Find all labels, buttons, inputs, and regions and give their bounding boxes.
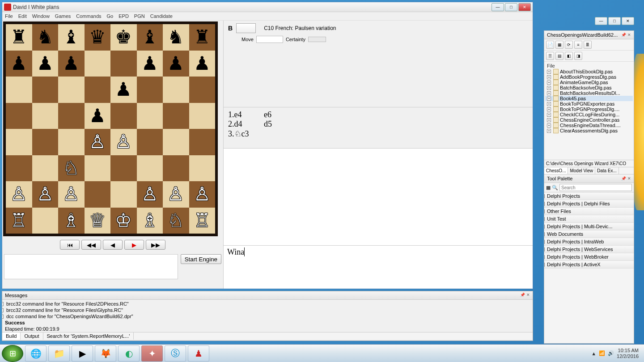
messages-close-icon[interactable]: 📌 ✕: [520, 293, 530, 298]
square-h5[interactable]: [189, 103, 216, 129]
square-e7[interactable]: [110, 51, 137, 77]
square-g6[interactable]: [163, 77, 189, 103]
square-f7[interactable]: ♟: [137, 51, 163, 77]
square-b1[interactable]: [32, 208, 59, 234]
menu-window[interactable]: Window: [32, 13, 50, 19]
tray-network-icon[interactable]: 📶: [599, 350, 605, 356]
square-a5[interactable]: [6, 103, 32, 129]
file-item[interactable]: +BatchBacksolveResultsDl...: [545, 90, 633, 96]
file-item[interactable]: +AboutThisEbookDlg.pas: [545, 69, 633, 74]
palette-category[interactable]: +Delphi Projects | Multi-Devic...: [544, 223, 634, 230]
file-item[interactable]: +Book45.pas: [545, 96, 633, 101]
square-g3[interactable]: [163, 155, 189, 182]
messages-tab-search[interactable]: Search for 'System.ReportMemoryL...': [43, 332, 134, 340]
task-media-icon[interactable]: ▶: [72, 345, 93, 362]
palette-category[interactable]: +Web Documents: [544, 230, 634, 238]
square-h4[interactable]: [189, 129, 216, 155]
file-item[interactable]: +BookToPGNProgressDlg....: [545, 106, 633, 112]
tray-flag-icon[interactable]: ▲: [591, 351, 596, 356]
square-g4[interactable]: [163, 129, 189, 155]
tray-volume-icon[interactable]: 🔊: [608, 350, 614, 356]
square-d7[interactable]: [85, 51, 111, 77]
file-item[interactable]: +AnimateGameDlg.pas: [545, 80, 633, 85]
square-c7[interactable]: ♟: [58, 51, 85, 77]
task-explorer-icon[interactable]: 📁: [48, 345, 70, 362]
candidates-panel[interactable]: [224, 149, 533, 246]
square-d2[interactable]: [85, 181, 111, 208]
file-item[interactable]: +AddBookProgressDlg.pas: [545, 74, 633, 80]
square-b2[interactable]: ♙: [32, 181, 59, 208]
square-a7[interactable]: ♟: [6, 51, 32, 77]
start-button[interactable]: ⊞: [2, 345, 23, 362]
square-f2[interactable]: ♙: [137, 181, 163, 208]
comment-editor[interactable]: Wina: [224, 246, 533, 289]
messages-body[interactable]: +brcc32 command line for "Resource Files…: [2, 300, 533, 332]
project-panel-controls[interactable]: 📌 ✕: [621, 33, 631, 37]
chess-maximize-button[interactable]: □: [505, 3, 517, 11]
menu-epd[interactable]: EPD: [119, 13, 129, 19]
palette-category[interactable]: +Delphi Projects: [544, 192, 634, 200]
square-e1[interactable]: ♔: [110, 208, 137, 234]
square-c5[interactable]: [58, 103, 85, 129]
square-h7[interactable]: ♟: [189, 51, 216, 77]
square-c8[interactable]: ♝: [58, 24, 85, 51]
square-a2[interactable]: ♙: [6, 181, 32, 208]
messages-tab-output[interactable]: Output: [21, 332, 43, 340]
square-a4[interactable]: [6, 129, 32, 155]
square-g2[interactable]: ♙: [163, 181, 189, 208]
toolbar-filter-icon[interactable]: ▤: [555, 52, 564, 60]
square-e3[interactable]: [110, 155, 137, 182]
palette-category-list[interactable]: +Delphi Projects+Delphi Projects | Delph…: [544, 192, 634, 343]
palette-category[interactable]: +Other Files: [544, 208, 634, 215]
bg-close-button[interactable]: ✕: [622, 17, 634, 25]
square-c1[interactable]: ♗: [58, 208, 85, 234]
file-item[interactable]: +ChessEngineController.pas: [545, 117, 633, 123]
square-f8[interactable]: ♝: [137, 24, 163, 51]
square-b3[interactable]: [32, 155, 59, 182]
toolbar-expand-icon[interactable]: ≣: [584, 41, 592, 49]
square-f3[interactable]: [137, 155, 163, 182]
task-ie-icon[interactable]: 🌐: [25, 345, 47, 362]
square-a3[interactable]: [6, 155, 32, 182]
square-f6[interactable]: [137, 77, 163, 103]
assessment-select[interactable]: [236, 23, 256, 33]
task-chess-icon[interactable]: ♟: [188, 345, 209, 362]
tab-model-view[interactable]: Model View: [568, 167, 595, 174]
file-item[interactable]: +ClearAssessmentsDlg.pas: [545, 128, 633, 133]
palette-category[interactable]: +Delphi Projects | Delphi Files: [544, 200, 634, 208]
chess-close-button[interactable]: ✕: [518, 3, 531, 11]
square-e4[interactable]: ♙: [110, 129, 137, 155]
square-a8[interactable]: ♜: [6, 24, 32, 51]
square-b4[interactable]: [32, 129, 59, 155]
file-tree[interactable]: File +AboutThisEbookDlg.pas+AddBookProgr…: [544, 62, 634, 160]
square-b5[interactable]: [32, 103, 59, 129]
palette-cat-icon[interactable]: ▦: [546, 185, 551, 191]
square-g1[interactable]: ♘: [163, 208, 189, 234]
menu-pgn[interactable]: PGN: [134, 13, 145, 19]
square-c2[interactable]: ♙: [58, 181, 85, 208]
start-engine-button[interactable]: Start Engine: [181, 254, 221, 264]
square-h1[interactable]: ♖: [189, 208, 216, 234]
bg-minimize-button[interactable]: —: [595, 17, 607, 25]
task-app2-icon[interactable]: ✦: [141, 345, 163, 362]
palette-category[interactable]: +Delphi Projects | WebBroker: [544, 253, 634, 261]
square-b6[interactable]: [32, 77, 59, 103]
palette-category[interactable]: +Delphi Projects | WebServices: [544, 246, 634, 253]
square-f1[interactable]: ♗: [137, 208, 163, 234]
move-input[interactable]: [256, 36, 283, 43]
nav-play-button[interactable]: ▶: [124, 240, 144, 250]
square-c6[interactable]: [58, 77, 85, 103]
toolbar-opt1-icon[interactable]: ◧: [565, 52, 573, 60]
square-d4[interactable]: ♙: [85, 129, 111, 155]
toolbar-view-icon[interactable]: ▦: [555, 41, 564, 49]
file-item[interactable]: +BatchBacksolveDlg.pas: [545, 85, 633, 90]
square-e8[interactable]: ♚: [110, 24, 137, 51]
square-d1[interactable]: ♕: [85, 208, 111, 234]
nav-first-button[interactable]: ⏮: [60, 240, 80, 250]
notation-panel[interactable]: 1.e4e6 2.d4d5 3.♘c3: [224, 107, 533, 149]
bg-maximize-button[interactable]: □: [608, 17, 621, 25]
chess-board[interactable]: ♜♞♝♛♚♝♞♜♟♟♟♟♟♟♟♟♙♙♘♙♙♙♙♙♙♖♗♕♔♗♘♖: [3, 21, 218, 236]
square-e6[interactable]: ♟: [110, 77, 137, 103]
file-item[interactable]: +ChessEngineDataThread....: [545, 123, 633, 128]
file-item[interactable]: +BookToPGNExporter.pas: [545, 101, 633, 106]
